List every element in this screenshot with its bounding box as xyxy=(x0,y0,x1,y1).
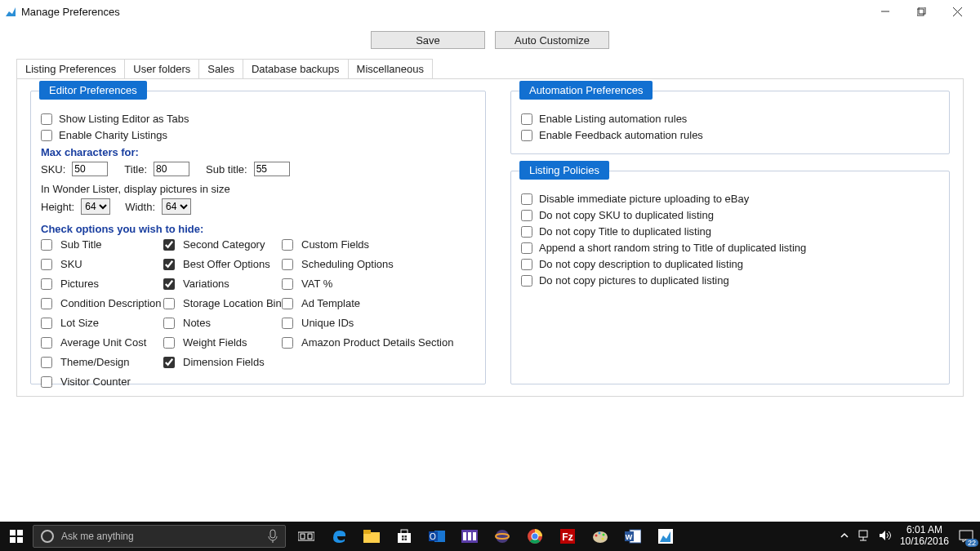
cb-pictures[interactable] xyxy=(41,278,52,290)
svg-point-10 xyxy=(42,531,53,542)
cb-no-copy-title[interactable] xyxy=(521,226,532,238)
tab-sales[interactable]: Sales xyxy=(198,59,243,78)
lbl-best-offer: Best Offer Options xyxy=(183,258,270,270)
cb-unique-ids[interactable] xyxy=(282,318,293,329)
cb-append-random[interactable] xyxy=(521,242,532,254)
cb-sku[interactable] xyxy=(41,259,52,270)
tab-content: Editor Preferences Show Listing Editor a… xyxy=(16,78,964,397)
svg-rect-2 xyxy=(917,9,924,16)
lbl-feedback-rules: Enable Feedback automation rules xyxy=(539,129,703,141)
tray-chevron-icon[interactable] xyxy=(840,531,849,543)
cb-ad-template[interactable] xyxy=(282,298,293,309)
height-label: Height: xyxy=(41,201,74,213)
lbl-lot-size: Lot Size xyxy=(60,317,99,329)
cb-best-offer[interactable] xyxy=(163,259,175,270)
editor-preferences-panel: Editor Preferences Show Listing Editor a… xyxy=(30,91,486,384)
svg-text:W: W xyxy=(626,533,633,541)
svg-point-41 xyxy=(603,534,605,536)
cortana-search[interactable]: Ask me anything xyxy=(33,525,286,548)
lbl-vat: VAT % xyxy=(301,278,332,290)
sku-label: SKU: xyxy=(41,163,65,176)
svg-rect-3 xyxy=(919,7,925,14)
chrome-icon[interactable] xyxy=(526,527,544,545)
outlook-icon[interactable]: O xyxy=(428,527,446,545)
eclipse-icon[interactable] xyxy=(493,527,511,545)
cb-variations[interactable] xyxy=(163,278,175,290)
search-placeholder: Ask me anything xyxy=(61,531,134,542)
tab-database-backups[interactable]: Database backups xyxy=(243,59,349,78)
title-input[interactable] xyxy=(154,162,189,176)
minimize-button[interactable] xyxy=(867,0,903,23)
close-button[interactable] xyxy=(939,0,975,23)
save-button[interactable]: Save xyxy=(371,31,485,49)
cb-no-copy-pics[interactable] xyxy=(521,275,532,287)
tray-network-icon[interactable] xyxy=(858,530,871,544)
cb-weight[interactable] xyxy=(163,337,175,349)
store-icon[interactable] xyxy=(395,527,413,545)
app-icon-1[interactable] xyxy=(461,527,479,545)
svg-rect-9 xyxy=(17,537,23,543)
lbl-disable-upload: Disable immediate picture uploading to e… xyxy=(539,193,749,205)
checkbox-enable-charity[interactable] xyxy=(41,130,52,141)
cb-dimension[interactable] xyxy=(163,357,175,368)
lbl-second-category: Second Category xyxy=(183,238,265,251)
action-center-icon[interactable]: 22 xyxy=(957,527,975,545)
tab-miscellaneous[interactable]: Miscellaneous xyxy=(348,59,433,78)
cb-condition-desc[interactable] xyxy=(41,298,52,309)
policies-legend: Listing Policies xyxy=(519,161,609,180)
cb-disable-upload[interactable] xyxy=(521,193,532,205)
tray-volume-icon[interactable] xyxy=(879,530,892,544)
tab-user-folders[interactable]: User folders xyxy=(124,59,199,78)
svg-rect-11 xyxy=(270,530,275,538)
lbl-theme: Theme/Design xyxy=(60,356,130,368)
cb-avg-cost[interactable] xyxy=(41,337,52,349)
lbl-no-copy-title: Do not copy Title to duplicated listing xyxy=(539,225,711,238)
file-explorer-icon[interactable] xyxy=(363,527,381,545)
lbl-avg-cost: Average Unit Cost xyxy=(60,336,146,349)
cb-custom-fields[interactable] xyxy=(282,239,293,251)
lbl-ad-template: Ad Template xyxy=(301,297,360,309)
cb-lot-size[interactable] xyxy=(41,318,52,329)
svg-rect-7 xyxy=(17,530,23,535)
cb-notes[interactable] xyxy=(163,318,175,329)
cb-no-copy-sku[interactable] xyxy=(521,210,532,221)
sku-input[interactable] xyxy=(72,162,108,176)
height-select[interactable]: 64 xyxy=(81,198,110,215)
subtitle-input[interactable] xyxy=(254,162,290,176)
task-view-icon[interactable] xyxy=(297,527,315,545)
svg-rect-28 xyxy=(468,532,471,540)
cb-visitor[interactable] xyxy=(41,376,52,388)
maximize-button[interactable] xyxy=(903,0,939,23)
cb-second-category[interactable] xyxy=(163,239,175,251)
checkbox-show-tabs[interactable] xyxy=(41,113,52,125)
svg-marker-0 xyxy=(6,7,16,16)
app-icon-2[interactable] xyxy=(657,527,675,545)
width-label: Width: xyxy=(125,201,155,213)
word-icon[interactable]: W xyxy=(624,527,642,545)
cb-theme[interactable] xyxy=(41,357,52,368)
cb-no-copy-desc[interactable] xyxy=(521,259,532,270)
taskbar-clock[interactable]: 6:01 AM 10/16/2016 xyxy=(900,525,949,548)
cb-listing-rules[interactable] xyxy=(521,113,532,125)
width-select[interactable]: 64 xyxy=(162,198,191,215)
cb-vat[interactable] xyxy=(282,278,293,290)
picture-size-label: In Wonder Lister, display pictures in si… xyxy=(41,183,475,195)
auto-customize-button[interactable]: Auto Customize xyxy=(495,31,609,49)
cb-scheduling[interactable] xyxy=(282,259,293,270)
svg-marker-51 xyxy=(880,531,885,540)
cb-storage-bin[interactable] xyxy=(163,298,175,309)
cb-amazon[interactable] xyxy=(282,337,293,349)
start-button[interactable] xyxy=(0,522,33,551)
microphone-icon[interactable] xyxy=(267,529,278,544)
filezilla-icon[interactable]: Fz xyxy=(559,527,577,545)
cb-feedback-rules[interactable] xyxy=(521,130,532,141)
edge-icon[interactable] xyxy=(330,527,348,545)
svg-point-30 xyxy=(496,530,509,543)
label-show-tabs: Show Listing Editor as Tabs xyxy=(59,113,189,125)
tab-listing-preferences[interactable]: Listing Preferences xyxy=(16,59,125,78)
cb-sub-title[interactable] xyxy=(41,239,52,251)
svg-rect-29 xyxy=(473,532,476,540)
listing-policies-panel: Listing Policies Disable immediate pictu… xyxy=(510,171,950,384)
paint-icon[interactable] xyxy=(591,527,609,545)
lbl-pictures: Pictures xyxy=(60,278,99,290)
